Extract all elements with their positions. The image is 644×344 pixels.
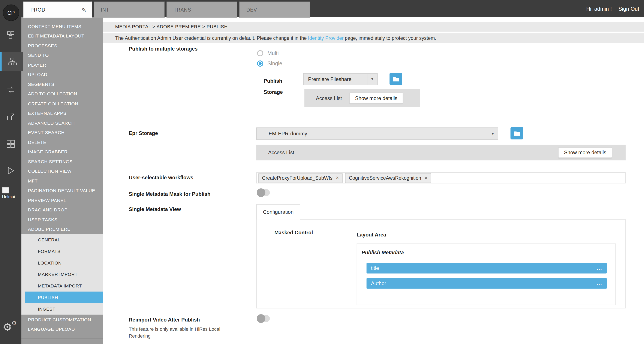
radio-single[interactable]: Single — [257, 60, 282, 66]
settings-gear-small-icon: ⚙ — [12, 320, 17, 326]
sidebar-item-adobe-premiere[interactable]: ADOBE PREMIERE — [22, 224, 103, 234]
identity-provider-link[interactable]: Identity Provider — [308, 35, 344, 41]
metadata-field-label: Author — [371, 280, 386, 286]
sidebar-item-processes[interactable]: PROCESSES — [22, 41, 103, 50]
sidebar-subitem-marker-import[interactable]: MARKER IMPORT — [22, 268, 103, 280]
sidebar-item-upload[interactable]: UPLOAD — [22, 70, 103, 79]
epr-storage-access-box: Access List Show more details — [256, 145, 626, 160]
sidebar-subitem-ingest[interactable]: INGEST — [22, 303, 103, 315]
sidebar-item-external-apps[interactable]: EXTERNAL APPS — [22, 108, 103, 118]
assets-icon[interactable] — [0, 26, 22, 44]
sidebar-item-language-upload[interactable]: LANGUAGE UPLOAD — [22, 324, 103, 334]
top-bar: PROD ✎ INT TRANS DEV Hi, admin ! Sign Ou… — [0, 0, 644, 17]
collections-icon[interactable] — [0, 108, 22, 126]
sidebar-item-add-to-collection[interactable]: ADD TO COLLECTION — [22, 89, 103, 99]
sidebar-divider — [22, 338, 103, 344]
epr-storage-value: EM-EPR-dummy — [257, 131, 488, 137]
sidebar-subitem-publish[interactable]: PUBLISH — [25, 292, 103, 303]
tab-prod-label: PROD — [30, 7, 46, 13]
publish-storage-access-box: Access List Show more details — [304, 89, 420, 107]
chip-close-icon[interactable]: × — [336, 175, 339, 181]
sidebar-subitem-formats[interactable]: FORMATS — [22, 246, 103, 257]
sidebar-subitem-location[interactable]: LOCATION — [22, 257, 103, 268]
settings-sidebar: CONTEXT MENU ITEMS EDIT METADATA LAYOUT … — [22, 17, 103, 344]
tab-trans[interactable]: TRANS — [167, 2, 238, 18]
sidebar-item-context-menu-items[interactable]: CONTEXT MENU ITEMS — [22, 22, 103, 31]
sidebar-item-delete[interactable]: DELETE — [22, 137, 103, 147]
workflow-chip-label: CognitiveServiceAwsRekognition — [349, 175, 421, 181]
icon-rail: Helmut ⚙ ⚙ — [0, 0, 22, 344]
folder-icon — [393, 76, 399, 82]
publish-storage-browse-button[interactable] — [390, 73, 402, 85]
sidebar-subitem-metadata-import[interactable]: METADATA IMPORT — [22, 280, 103, 292]
tab-int[interactable]: INT — [94, 2, 164, 18]
sidebar-item-search-settings[interactable]: SEARCH SETTINGS — [22, 157, 103, 166]
sidebar-item-pagination-default-value[interactable]: PAGINATION DEFAULT VALUE — [22, 186, 103, 195]
player-icon[interactable] — [0, 161, 22, 180]
tab-prod[interactable]: PROD ✎ — [23, 2, 92, 18]
show-more-details-button[interactable]: Show more details — [558, 147, 612, 158]
radio-single-circle[interactable] — [257, 60, 263, 66]
masked-control-label: Masked Control — [274, 230, 313, 236]
show-more-details-button[interactable]: Show more details — [350, 92, 403, 104]
access-list-label: Access List — [268, 150, 294, 156]
sidebar-subitem-general[interactable]: GENERAL — [22, 234, 103, 246]
main-content: MEDIA PORTAL > ADOBE PREMIERE > PUBLISH … — [103, 17, 644, 344]
chevron-down-icon[interactable]: ▼ — [367, 74, 377, 85]
sidebar-item-event-search[interactable]: EVENT SEARCH — [22, 128, 103, 137]
radio-single-label: Single — [267, 60, 282, 66]
metadata-field-label: title — [371, 265, 379, 271]
warning-text-prefix: The Authentication Admin User credential… — [115, 35, 307, 41]
tab-dev[interactable]: DEV — [239, 2, 310, 18]
metadata-field-author[interactable]: Author ... — [366, 278, 607, 289]
warning-banner: The Authentication Admin User credential… — [103, 34, 644, 43]
workflow-chip[interactable]: CreateProxyForUpload_SubWfs × — [258, 173, 343, 183]
connections-icon[interactable] — [0, 80, 22, 99]
user-greeting: Hi, admin ! — [586, 6, 612, 12]
more-options-icon[interactable]: ... — [597, 280, 602, 286]
single-metadata-view-label: Single Metadata View — [129, 206, 181, 212]
sidebar-item-segments[interactable]: SEGMENTS — [22, 80, 103, 89]
user-area: Hi, admin ! Sign Out — [586, 0, 639, 17]
epr-storage-browse-button[interactable] — [510, 127, 524, 140]
single-metadata-mask-toggle[interactable] — [257, 189, 270, 196]
publish-storage-dropdown[interactable]: Premiere Fileshare ▼ — [303, 73, 378, 85]
sidebar-item-drag-and-drop[interactable]: DRAG AND DROP — [22, 205, 103, 215]
helmut-plugin[interactable]: Helmut — [2, 187, 15, 200]
sidebar-item-product-customization[interactable]: PRODUCT CUSTOMIZATION — [22, 315, 103, 324]
sidebar-item-edit-metadata-layout[interactable]: EDIT METADATA LAYOUT — [22, 31, 103, 41]
chip-close-icon[interactable]: × — [424, 175, 428, 181]
sidebar-item-user-tasks[interactable]: USER TASKS — [22, 215, 103, 224]
sidebar-item-create-collection[interactable]: CREATE COLLECTION — [22, 99, 103, 108]
sidebar-item-mft[interactable]: MFT — [22, 176, 103, 186]
access-list-label: Access List — [316, 95, 342, 101]
radio-multi[interactable]: Multi — [257, 50, 279, 56]
workflows-icon[interactable] — [0, 52, 23, 71]
folder-icon — [514, 131, 520, 136]
sidebar-item-image-grabber[interactable]: IMAGE GRABBER — [22, 147, 103, 156]
workflows-label: User-selectable workflows — [129, 175, 193, 180]
metadata-field-title[interactable]: title ... — [366, 263, 607, 274]
settings-gear-icon[interactable]: ⚙ ⚙ — [2, 322, 12, 332]
app-logo[interactable]: CP — [3, 4, 19, 21]
sidebar-item-player[interactable]: PLAYER — [22, 60, 103, 70]
sign-out-link[interactable]: Sign Out — [618, 6, 639, 12]
more-options-icon[interactable]: ... — [597, 265, 602, 271]
reimport-toggle[interactable] — [257, 315, 270, 322]
chevron-down-icon[interactable]: ▼ — [488, 132, 498, 135]
single-metadata-mask-label: Single Metadata Mask for Publish — [129, 191, 210, 197]
workflow-chip[interactable]: CognitiveServiceAwsRekognition × — [345, 173, 431, 183]
radio-multi-circle[interactable] — [257, 50, 263, 56]
sidebar-item-preview-panel[interactable]: PREVIEW PANEL — [22, 195, 103, 205]
app-logo-text: CP — [8, 10, 15, 16]
sidebar-item-advanced-search[interactable]: ADVANCED SEARCH — [22, 118, 103, 128]
reimport-label: Reimport Video After Publish — [129, 317, 200, 323]
tab-configuration[interactable]: Configuration — [256, 204, 300, 220]
edit-pencil-icon[interactable]: ✎ — [82, 7, 86, 13]
modules-icon[interactable] — [0, 134, 22, 153]
workflows-tag-input[interactable]: CreateProxyForUpload_SubWfs × CognitiveS… — [256, 172, 626, 183]
epr-storage-dropdown[interactable]: EM-EPR-dummy ▼ — [256, 128, 498, 140]
sidebar-item-collection-view[interactable]: COLLECTION VIEW — [22, 166, 103, 176]
sidebar-item-send-to[interactable]: SEND TO — [22, 50, 103, 60]
adobe-premiere-submenu: GENERAL FORMATS LOCATION MARKER IMPORT M… — [22, 234, 103, 314]
